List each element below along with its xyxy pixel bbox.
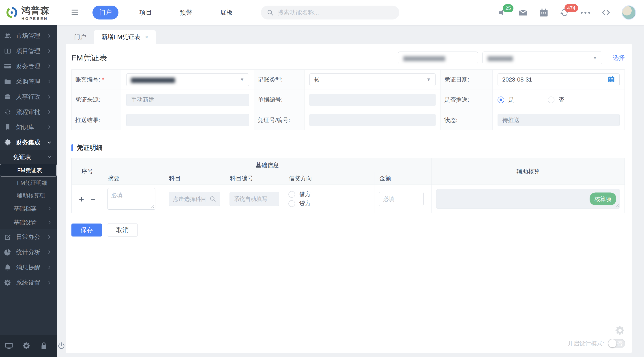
sidebar-item-fm-voucher-detail[interactable]: FM凭证明细 bbox=[0, 176, 57, 189]
summary-textarea[interactable]: 必填 bbox=[108, 188, 156, 210]
sidebar-item-finance-mgmt[interactable]: 财务管理 bbox=[0, 59, 57, 74]
sidebar-item-notifications[interactable]: 消息提醒 bbox=[0, 260, 57, 275]
sidebar-item-hr[interactable]: 人事行政 bbox=[0, 89, 57, 104]
close-tab-icon[interactable]: × bbox=[145, 34, 148, 40]
ellipsis-icon bbox=[581, 12, 590, 14]
monitor-button[interactable] bbox=[5, 342, 13, 350]
add-row-button[interactable]: ＋ bbox=[78, 195, 86, 203]
tab-portal[interactable]: 门户 bbox=[66, 30, 94, 44]
sidebar-item-aux-accounting[interactable]: 辅助核算项 bbox=[0, 189, 57, 202]
required-mark: * bbox=[102, 76, 104, 83]
dev-console-button[interactable] bbox=[602, 8, 610, 17]
nav-item-portal[interactable]: 门户 bbox=[92, 6, 118, 20]
radio-option-no[interactable]: 否 bbox=[548, 96, 564, 104]
sidebar-item-fm-voucher[interactable]: FM凭证表 bbox=[0, 164, 57, 176]
calendar-button[interactable] bbox=[539, 8, 548, 17]
briefcase-icon bbox=[4, 93, 11, 100]
radio-unselected-icon bbox=[288, 200, 295, 207]
tab-label: 新增FM凭证表 bbox=[102, 33, 140, 41]
radio-label: 贷方 bbox=[299, 200, 311, 208]
calendar-icon[interactable] bbox=[608, 76, 615, 84]
group-header-basic: 基础信息 bbox=[103, 158, 432, 172]
announcement-button[interactable]: 25 bbox=[498, 8, 507, 17]
top-nav: 门户 项目 预警 展板 bbox=[92, 6, 239, 20]
global-search[interactable] bbox=[261, 6, 399, 20]
sidebar-item-knowledge[interactable]: 知识库 bbox=[0, 120, 57, 135]
user-avatar[interactable] bbox=[622, 6, 636, 20]
settings-button[interactable] bbox=[22, 342, 30, 350]
aux-textarea[interactable]: 核算项 bbox=[436, 189, 620, 209]
radio-option-yes[interactable]: 是 bbox=[498, 96, 514, 104]
tab-label: 门户 bbox=[74, 33, 86, 41]
radio-selected-icon bbox=[498, 96, 504, 103]
sidebar-item-label: 消息提醒 bbox=[16, 264, 42, 272]
design-gear-icon[interactable] bbox=[615, 325, 625, 336]
design-mode-toggle[interactable]: 否 bbox=[608, 339, 625, 348]
redacted-company-text: ▆▆▆▆▆▆▆▆▆▆▆▆ bbox=[403, 55, 444, 61]
chevron-right-icon bbox=[47, 265, 52, 270]
nav-item-project[interactable]: 项目 bbox=[133, 6, 159, 20]
chevron-down-icon bbox=[47, 140, 52, 145]
gear-icon bbox=[4, 279, 11, 286]
nav-item-board[interactable]: 展板 bbox=[214, 6, 239, 20]
chevron-right-icon bbox=[47, 220, 52, 225]
lock-screen-button[interactable] bbox=[40, 342, 48, 350]
voucher-detail-table: 序号 基础信息 辅助核算 摘要 科目 科目编号 借贷方向 金额 ＋－ 必填 bbox=[72, 158, 625, 213]
aux-item-button[interactable]: 核算项 bbox=[590, 192, 616, 206]
voucher-number-input bbox=[310, 114, 436, 126]
mail-button[interactable] bbox=[518, 8, 528, 17]
sync-tasks-button[interactable]: 474 bbox=[560, 8, 570, 18]
sidebar-item-label: 市场管理 bbox=[16, 32, 42, 40]
remove-row-button[interactable]: － bbox=[89, 195, 97, 203]
redacted-account-set-text: ▆▆▆▆▆▆▆▆▆▆▆▆ bbox=[131, 76, 174, 83]
tab-new-fm-voucher[interactable]: 新增FM凭证表 × bbox=[94, 30, 156, 44]
sidebar-item-market[interactable]: 市场管理 bbox=[0, 28, 57, 44]
radio-option-credit[interactable]: 贷方 bbox=[288, 200, 311, 208]
sidebar-item-label: 辅助核算项 bbox=[17, 192, 52, 199]
sidebar-item-system-settings[interactable]: 系统设置 bbox=[0, 275, 57, 290]
booking-type-select[interactable]: 转 ▼ bbox=[310, 74, 436, 86]
search-input[interactable] bbox=[278, 9, 394, 16]
cancel-button[interactable]: 取消 bbox=[107, 224, 138, 236]
save-button[interactable]: 保存 bbox=[72, 224, 102, 236]
credit-card-icon bbox=[4, 63, 11, 70]
sidebar-item-basic-archives[interactable]: 基础档案 bbox=[0, 202, 57, 216]
account-set-select[interactable]: ▆▆▆▆▆▆▆▆▆▆▆▆ ▼ bbox=[126, 74, 249, 86]
voucher-date-input[interactable]: 2023-08-31 bbox=[498, 74, 620, 86]
sidebar-submenu: 凭证表 FM凭证表 FM凭证明细 辅助核算项 基础档案 基础设置 bbox=[0, 150, 57, 229]
sidebar-item-statistics[interactable]: 统计分析 bbox=[0, 244, 57, 260]
sidebar-item-project-mgmt[interactable]: 项目管理 bbox=[0, 44, 57, 59]
sidebar-item-procurement[interactable]: 采购管理 bbox=[0, 74, 57, 89]
company-select[interactable]: ▆▆▆▆▆▆▆▆▆▆▆▆ bbox=[398, 52, 478, 64]
sidebar: 市场管理 项目管理 财务管理 采购管理 人事行政 bbox=[0, 25, 57, 357]
app-window: 鸿普森 HOPESEN 门户 项目 预警 展板 25 bbox=[0, 0, 644, 357]
sidebar-item-label: 人事行政 bbox=[16, 93, 42, 101]
subject-picker-input[interactable]: 点击选择科目 bbox=[168, 192, 220, 206]
content-card: FM凭证表 ▆▆▆▆▆▆▆▆▆▆▆▆ ▆▆▆▆ ▆▆▆ ▼ 选择 账套编号:* bbox=[66, 44, 632, 353]
sidebar-item-workflow[interactable]: 流程审批 bbox=[0, 104, 57, 120]
nav-item-alert[interactable]: 预警 bbox=[173, 6, 199, 20]
sidebar-item-finance-integration[interactable]: 财务集成 bbox=[0, 135, 57, 150]
radio-option-debit[interactable]: 借方 bbox=[288, 190, 311, 198]
status-input: 待推送 bbox=[498, 114, 620, 126]
sidebar-item-label: 财务集成 bbox=[16, 138, 42, 146]
menu-collapse-icon[interactable] bbox=[70, 8, 79, 17]
logo-mark-icon bbox=[5, 6, 18, 19]
sidebar-item-basic-settings[interactable]: 基础设置 bbox=[0, 216, 57, 229]
aux-cell: 核算项 bbox=[432, 185, 624, 213]
sidebar-item-voucher-tables[interactable]: 凭证表 bbox=[0, 150, 57, 164]
col-header-direction: 借贷方向 bbox=[284, 172, 374, 185]
design-mode-corner: 开启设计模式: 否 bbox=[568, 325, 625, 348]
more-button[interactable] bbox=[581, 12, 590, 14]
announcement-badge: 25 bbox=[503, 4, 514, 12]
lock-icon bbox=[40, 342, 48, 350]
org-select[interactable]: ▆▆▆▆ ▆▆▆ ▼ bbox=[482, 52, 602, 64]
section-title: 凭证明细 bbox=[76, 143, 102, 152]
amount-input[interactable]: 必填 bbox=[379, 192, 424, 206]
select-link[interactable]: 选择 bbox=[613, 54, 625, 62]
sidebar-item-daily-office[interactable]: 日常办公 bbox=[0, 229, 57, 244]
folder-icon bbox=[4, 78, 11, 85]
field-label: 是否推送: bbox=[444, 96, 469, 104]
form-actions: 保存 取消 bbox=[72, 224, 625, 236]
col-header-seq: 序号 bbox=[72, 158, 103, 185]
